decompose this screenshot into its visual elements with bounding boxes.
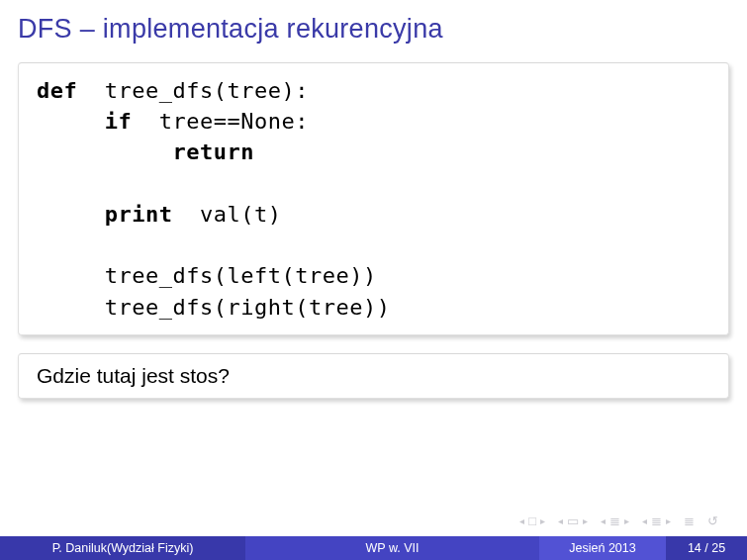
code-blank2 xyxy=(37,233,50,257)
kw-def: def xyxy=(37,78,77,103)
footer-center: WP w. VII xyxy=(245,536,539,560)
nav-last-icon[interactable]: ◂ ≣ ▸ xyxy=(642,513,674,528)
footer-author: P. Daniluk(Wydział Fizyki) xyxy=(0,536,245,560)
code-l2b: tree==None: xyxy=(132,109,309,134)
slide: DFS – implementacja rekurencyjna def tre… xyxy=(0,0,747,560)
kw-if: if xyxy=(37,109,132,134)
code-l1b: tree_dfs(tree): xyxy=(77,78,309,103)
nav-next-icon[interactable]: ◂ ≣ ▸ xyxy=(601,513,632,528)
code-l7: tree_dfs(left(tree)) xyxy=(37,263,377,288)
nav-refresh-icon[interactable]: ↺ xyxy=(707,513,721,528)
beamer-nav: ◂ □ ▸ ◂ ▭ ▸ ◂ ≣ ▸ ◂ ≣ ▸ ≣ ↺ xyxy=(519,513,721,528)
nav-first-icon[interactable]: ◂ □ ▸ xyxy=(519,513,548,528)
footer-page: 14 / 25 xyxy=(666,536,747,560)
kw-return: return xyxy=(37,140,254,164)
nav-prev-icon[interactable]: ◂ ▭ ▸ xyxy=(558,513,591,528)
question-block: Gdzie tutaj jest stos? xyxy=(18,353,729,399)
footer: P. Daniluk(Wydział Fizyki) WP w. VII Jes… xyxy=(0,536,747,560)
slide-title: DFS – implementacja rekurencyjna xyxy=(18,14,729,45)
code-l8: tree_dfs(right(tree)) xyxy=(37,295,390,320)
code-listing: def tree_dfs(tree): if tree==None: retur… xyxy=(37,75,710,323)
code-blank1 xyxy=(37,171,50,196)
code-block: def tree_dfs(tree): if tree==None: retur… xyxy=(18,62,729,335)
code-l5b: val(t) xyxy=(172,202,281,227)
kw-print: print xyxy=(37,202,172,227)
nav-mode-icon[interactable]: ≣ xyxy=(684,513,698,528)
question-text: Gdzie tutaj jest stos? xyxy=(37,364,230,387)
footer-term: Jesień 2013 xyxy=(539,536,666,560)
